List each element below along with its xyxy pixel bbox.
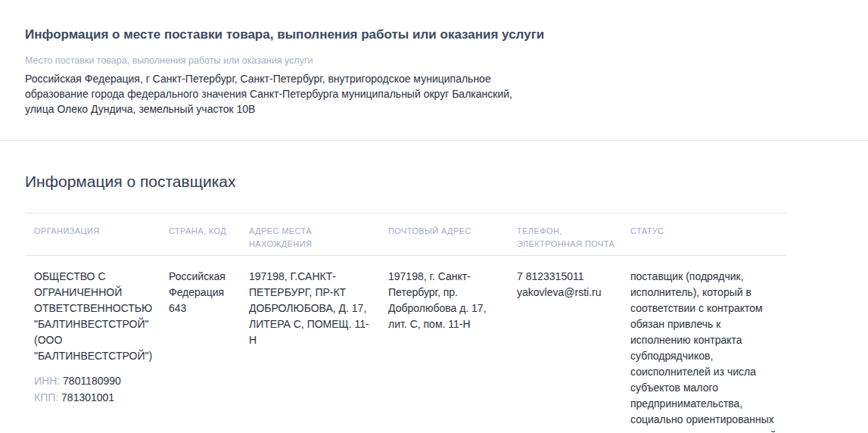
page: Информация о месте поставки товара, выпо…: [0, 0, 868, 433]
column-header-country-code: СТРАНА, КОД: [160, 213, 240, 256]
postal-address-cell: 197198, г. Санкт-Петербург, пр. Добролюб…: [379, 256, 508, 433]
delivery-place-field-value: Российская Федерация, г Санкт-Петербург,…: [25, 71, 521, 117]
delivery-place-field: Место поставки товара, выполнения работы…: [25, 55, 843, 117]
kpp-label: КПП:: [34, 391, 58, 403]
header-row: ОРГАНИЗАЦИЯ СТРАНА, КОД АДРЕС МЕСТА НАХО…: [25, 213, 786, 256]
suppliers-table-header: ОРГАНИЗАЦИЯ СТРАНА, КОД АДРЕС МЕСТА НАХО…: [25, 213, 786, 256]
delivery-place-section: Информация о месте поставки товара, выпо…: [0, 0, 868, 117]
delivery-place-title: Информация о месте поставки товара, выпо…: [25, 26, 843, 43]
kpp-value: 781301001: [61, 391, 114, 403]
inn-value: 7801180990: [63, 375, 121, 387]
suppliers-table: ОРГАНИЗАЦИЯ СТРАНА, КОД АДРЕС МЕСТА НАХО…: [25, 213, 786, 433]
column-header-phone-email: ТЕЛЕФОН, ЭЛЕКТРОННАЯ ПОЧТА: [508, 213, 621, 256]
organization-cell: ОБЩЕСТВО С ОГРАНИЧЕННОЙ ОТВЕТСТВЕННОСТЬЮ…: [25, 256, 160, 433]
delivery-place-field-label: Место поставки товара, выполнения работы…: [25, 55, 843, 66]
country-code-cell: Российская Федерация 643: [160, 256, 240, 433]
email-value: yakovleva@rsti.ru: [517, 285, 615, 301]
phone-email-cell: 7 8123315011 yakovleva@rsti.ru: [508, 256, 621, 433]
column-header-organization: ОРГАНИЗАЦИЯ: [25, 213, 160, 256]
column-header-postal-address: ПОЧТОВЫЙ АДРЕС: [379, 213, 508, 256]
inn-label: ИНН:: [34, 375, 60, 387]
suppliers-title: Информация о поставщиках: [25, 171, 843, 192]
status-cell: поставщик (подрядчик, исполнитель), кото…: [621, 256, 786, 433]
registration-numbers: ИНН: 7801180990 КПП: 781301001: [34, 372, 154, 406]
inn-line: ИНН: 7801180990: [34, 372, 154, 389]
organization-name: ОБЩЕСТВО С ОГРАНИЧЕННОЙ ОТВЕТСТВЕННОСТЬЮ…: [34, 269, 154, 364]
phone-value: 7 8123315011: [517, 269, 615, 285]
column-header-location-address: АДРЕС МЕСТА НАХОЖДЕНИЯ: [240, 213, 379, 256]
location-address-cell: 197198, Г.САНКТ-ПЕТЕРБУРГ, ПР-КТ ДОБРОЛЮ…: [240, 256, 379, 433]
kpp-line: КПП: 781301001: [34, 389, 154, 406]
suppliers-section: Информация о поставщиках ОРГАНИЗАЦИЯ СТР…: [0, 141, 868, 433]
column-header-status: СТАТУС: [621, 213, 786, 256]
supplier-row: ОБЩЕСТВО С ОГРАНИЧЕННОЙ ОТВЕТСТВЕННОСТЬЮ…: [25, 256, 786, 433]
